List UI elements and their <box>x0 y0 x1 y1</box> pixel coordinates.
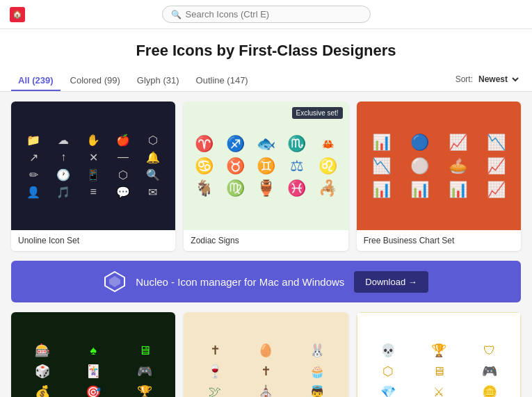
download-button[interactable]: Download → <box>354 271 428 293</box>
z-icon: ♌ <box>314 157 341 175</box>
c-icon: 📈 <box>480 181 513 199</box>
page-title-area: Free Icons by First-Class Designers <box>0 29 532 68</box>
page-title: Free Icons by First-Class Designers <box>0 42 532 60</box>
e-icon: 🐰 <box>294 343 339 358</box>
u-icon: 🔍 <box>140 168 166 181</box>
u-icon: ↑ <box>51 151 76 164</box>
el-icon: 🏆 <box>416 343 461 358</box>
top-navigation: 🏠 🔍 <box>0 0 532 29</box>
g-icon: 🎰 <box>19 343 65 358</box>
casino-preview: 🎰 ♠ 🖥 🎲 🃏 🎮 💰 🎯 🏆 <box>11 312 175 397</box>
g-icon: 🖥 <box>122 343 167 358</box>
el-icon: 💀 <box>366 343 411 358</box>
zodiac-name: Zodiac Signs <box>184 230 348 251</box>
g-icon: 🎮 <box>122 364 167 379</box>
u-icon: 🍎 <box>111 133 136 147</box>
u-icon: 👤 <box>21 186 47 199</box>
search-bar[interactable]: 🔍 <box>162 6 371 23</box>
card-eldorado[interactable]: 💀 🏆 🛡 ⬡ 🖥 🎮 💎 ⚔ 🪙 Eldorado Gaming Icons <box>357 312 521 397</box>
z-icon: ♓ <box>284 179 310 197</box>
e-icon: ✝ <box>192 343 237 358</box>
svg-marker-1 <box>109 276 120 287</box>
u-icon: ≡ <box>81 186 106 199</box>
unoline-name: Unoline Icon Set <box>11 230 175 251</box>
card-casino[interactable]: 🎰 ♠ 🖥 🎲 🃏 🎮 💰 🎯 🏆 PK Free Casino And Gam… <box>11 312 175 397</box>
g-icon: 🎯 <box>70 384 115 397</box>
c-icon: 📉 <box>365 157 398 175</box>
g-icon: 🃏 <box>70 364 115 379</box>
c-icon: ⚪ <box>403 157 436 175</box>
filter-tab-colored[interactable]: Colored (99) <box>63 71 127 91</box>
sort-area: Sort: Newest Popular <box>456 74 521 89</box>
business-name: Free Business Chart Set <box>357 230 521 251</box>
u-icon: 📱 <box>81 168 106 181</box>
z-icon: 🐟 <box>252 135 279 153</box>
e-icon: 🧁 <box>294 364 339 379</box>
c-icon: 🥧 <box>442 157 474 175</box>
filter-tab-all[interactable]: All (239) <box>11 71 61 91</box>
exclusive-badge: Exclusive set! <box>292 107 343 119</box>
c-icon: 📈 <box>442 133 474 152</box>
u-icon: 🔔 <box>140 151 166 164</box>
card-zodiac[interactable]: Exclusive set! ♈ ♐ 🐟 ♏ 🦀 ♋ ♉ ♊ ⚖ ♌ 🐐 ♍ 🏺… <box>184 102 348 251</box>
e-icon: 👼 <box>294 384 339 397</box>
u-icon: 📁 <box>21 133 47 147</box>
g-icon: ♠ <box>70 343 115 358</box>
card-business[interactable]: 📊 🔵 📈 📉 📉 ⚪ 🥧 📈 📊 📊 📊 📈 Free Business Ch… <box>357 102 521 251</box>
c-icon: 📈 <box>480 157 513 175</box>
filter-bar: All (239) Colored (99) Glyph (31) Outlin… <box>0 68 532 92</box>
u-icon: ✋ <box>81 133 106 147</box>
el-icon: 🛡 <box>467 343 512 358</box>
filter-tab-glyph[interactable]: Glyph (31) <box>130 71 186 91</box>
search-icon: 🔍 <box>171 10 182 19</box>
z-icon: 🦂 <box>314 179 341 197</box>
u-icon: ✕ <box>81 151 106 164</box>
el-icon: ⬡ <box>366 364 411 379</box>
z-icon: 🐐 <box>191 179 217 197</box>
eldorado-preview: 💀 🏆 🛡 ⬡ 🖥 🎮 💎 ⚔ 🪙 <box>357 312 521 397</box>
el-icon: 🎮 <box>467 364 512 379</box>
card-unoline[interactable]: 📁 ☁ ✋ 🍎 ⬡ ↗ ↑ ✕ — 🔔 ✏ 🕐 📱 ⬡ 🔍 👤 � <box>11 102 175 251</box>
filter-tabs: All (239) Colored (99) Glyph (31) Outlin… <box>11 71 255 91</box>
u-icon: 🎵 <box>51 186 76 199</box>
unoline-preview: 📁 ☁ ✋ 🍎 ⬡ ↗ ↑ ✕ — 🔔 ✏ 🕐 📱 ⬡ 🔍 👤 � <box>11 102 175 230</box>
search-input[interactable] <box>186 9 362 19</box>
z-icon: ♐ <box>222 135 248 153</box>
easter-preview: ✝ 🥚 🐰 🍷 ✝ 🧁 🕊 ⛪ 👼 <box>184 312 348 397</box>
u-icon: — <box>111 151 136 164</box>
e-icon: 🥚 <box>243 343 289 358</box>
z-icon: ♈ <box>191 135 217 153</box>
c-icon: 📉 <box>480 133 513 152</box>
nucleo-logo-icon <box>104 270 126 293</box>
sort-label: Sort: <box>456 74 473 84</box>
z-icon: ♋ <box>191 157 217 175</box>
z-icon: ♏ <box>284 135 310 153</box>
filter-tab-outline[interactable]: Outline (147) <box>189 71 255 91</box>
u-icon: ⬡ <box>140 133 166 147</box>
g-icon: 🎲 <box>19 364 65 379</box>
business-preview: 📊 🔵 📈 📉 📉 ⚪ 🥧 📈 📊 📊 📊 📈 <box>357 102 521 230</box>
z-icon: 🏺 <box>252 179 279 197</box>
z-icon: ♍ <box>222 179 248 197</box>
card-easter[interactable]: ✝ 🥚 🐰 🍷 ✝ 🧁 🕊 ⛪ 👼 Easter Day <box>184 312 348 397</box>
zodiac-preview: Exclusive set! ♈ ♐ 🐟 ♏ 🦀 ♋ ♉ ♊ ⚖ ♌ 🐐 ♍ 🏺… <box>184 102 348 230</box>
logo-icon[interactable]: 🏠 <box>10 7 25 22</box>
e-icon: 🕊 <box>192 384 237 397</box>
c-icon: 📊 <box>365 133 398 152</box>
z-icon: 🦀 <box>314 135 341 153</box>
e-icon: 🍷 <box>192 364 237 379</box>
top-icon-sets-grid: 📁 ☁ ✋ 🍎 ⬡ ↗ ↑ ✕ — 🔔 ✏ 🕐 📱 ⬡ 🔍 👤 � <box>11 102 521 251</box>
c-icon: 📊 <box>442 181 474 199</box>
main-content: 📁 ☁ ✋ 🍎 ⬡ ↗ ↑ ✕ — 🔔 ✏ 🕐 📱 ⬡ 🔍 👤 � <box>0 92 532 397</box>
z-icon: ♊ <box>252 157 279 175</box>
c-icon: 🔵 <box>403 133 436 152</box>
u-icon: 💬 <box>111 186 136 199</box>
z-icon: ♉ <box>222 157 248 175</box>
sort-select[interactable]: Newest Popular <box>476 74 521 85</box>
e-icon: ⛪ <box>243 384 289 397</box>
u-icon: ☁ <box>51 133 76 147</box>
e-icon: ✝ <box>243 364 289 379</box>
c-icon: 📊 <box>365 181 398 199</box>
g-icon: 💰 <box>19 384 65 397</box>
el-icon: ⚔ <box>416 384 461 397</box>
